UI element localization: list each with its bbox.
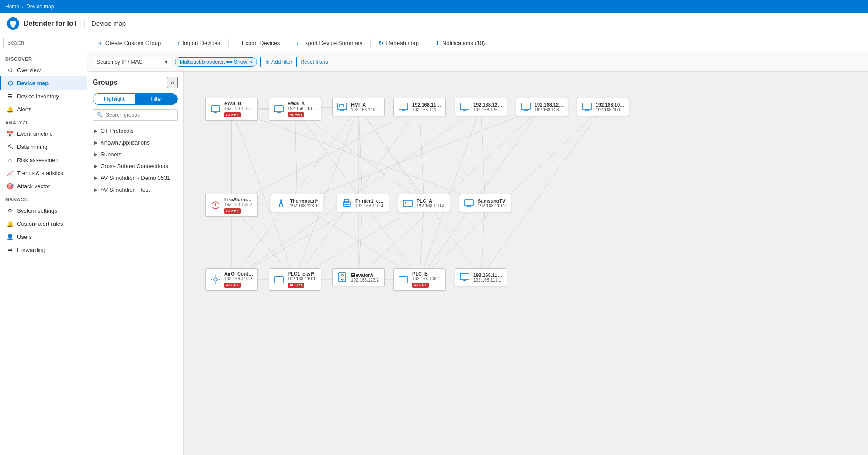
ews-a-name: EWS_A <box>288 101 317 106</box>
sidebar-item-device-map[interactable]: ⬡ Device map <box>0 76 87 90</box>
filter-toggle-button[interactable]: Filter <box>135 94 178 104</box>
svg-rect-45 <box>583 103 591 110</box>
svg-line-32 <box>232 107 481 279</box>
device-hmi-a[interactable]: HMI_A 192.168.110.10 <box>332 98 385 116</box>
thermostat-info: Thermostat* 192.168.123.1 <box>290 198 319 208</box>
sidebar-item-trends[interactable]: 📈 Trends & statistics <box>0 166 87 179</box>
svg-rect-51 <box>403 200 412 207</box>
device-elevator-a[interactable]: ElevatorA 192.168.123.2 <box>332 268 385 286</box>
add-filter-label: Add filter <box>271 59 292 65</box>
export-summary-button[interactable]: ↓ Export Device Summary <box>292 38 367 49</box>
svg-line-10 <box>481 107 485 203</box>
group-search-box[interactable]: 🔍 <box>93 109 178 121</box>
sidebar-item-custom-alert[interactable]: 🔔 Custom alert rules <box>0 217 87 230</box>
group-search-input[interactable] <box>106 112 174 118</box>
device-samsung-tv[interactable]: SamsungTV 192.168.110.2 <box>459 194 511 212</box>
svg-line-7 <box>358 107 424 203</box>
airq-ctrl-ip: 192.168.110.2 <box>224 276 254 281</box>
group-label-subnets: Subnets <box>101 151 122 158</box>
group-item-av-test[interactable]: ▶ AV Simulation - test <box>93 184 178 196</box>
device-192-168-123-10[interactable]: 192.168.123.10 192.168.123.10 <box>516 98 568 116</box>
svg-line-5 <box>295 109 424 203</box>
import-icon: ↑ <box>177 40 180 47</box>
ip-mac-search[interactable]: Search by IP / MAC ▾ <box>93 57 171 67</box>
device-192-168-125-10[interactable]: 192.168.125.10 192.168.125.10 <box>455 98 507 116</box>
sidebar-label-alerts: Alerts <box>17 106 31 113</box>
analyze-section-label: Analyze <box>0 116 87 127</box>
search-input[interactable] <box>3 38 83 48</box>
sidebar-item-risk-assessment[interactable]: ⚠ Risk assessment <box>0 153 87 166</box>
d111-20-name: 192.168.111.20 <box>412 102 442 107</box>
ews-b-name: EWS_B <box>224 101 254 106</box>
elevator-a-info: ElevatorA 192.168.123.2 <box>351 272 381 283</box>
device-airq-control[interactable]: AirQ_Control 192.168.110.2 ALERT <box>205 268 258 291</box>
device-ews-b[interactable]: EWS_B 192.168.110.20 ALERT <box>205 98 258 121</box>
device-thermostat[interactable]: Thermostat* 192.168.123.1 <box>271 194 323 212</box>
group-item-known-applications[interactable]: ▶ Known Applications <box>93 137 178 148</box>
sidebar-item-system-settings[interactable]: ⚙ System settings <box>0 204 87 217</box>
sidebar-item-alerts[interactable]: 🔔 Alerts <box>0 103 87 116</box>
d125-10-ip: 192.168.125.10 <box>473 107 503 112</box>
group-item-subnets[interactable]: ▶ Subnets <box>93 148 178 160</box>
sidebar-item-attack-vector[interactable]: 🎯 Attack vector <box>0 179 87 193</box>
group-label-av-demo: AV Simulation - Demo 0531 <box>101 175 170 181</box>
filter-tag-close-button[interactable]: × <box>249 59 252 65</box>
group-label-cross-subnet: Cross Subnet Connections <box>101 163 168 169</box>
device-192-168-100-10[interactable]: 192.168.100.10 192.168.100.10 <box>577 98 629 116</box>
highlight-toggle-button[interactable]: Highlight <box>93 94 135 104</box>
group-label-known-applications: Known Applications <box>101 139 150 146</box>
sidebar-search-box[interactable] <box>0 34 87 52</box>
workstation-icon <box>209 103 222 115</box>
hmi-a-info: HMI_A 192.168.110.10 <box>351 102 381 112</box>
d111-1-name: 192.168.111.1 <box>473 272 503 278</box>
svg-point-53 <box>214 278 217 281</box>
groups-collapse-button[interactable]: « <box>167 77 178 88</box>
event-timeline-icon: 📅 <box>7 130 14 137</box>
sidebar-item-forwarding[interactable]: ➡ Forwarding <box>0 243 87 256</box>
printer-east-info: Printer1_east* 192.168.110.4 <box>355 198 385 208</box>
group-item-ot-protocols[interactable]: ▶ OT Protocols <box>93 125 178 137</box>
content-area: ＋ Create Custom Group ↑ Import Devices ↓… <box>87 34 868 455</box>
sidebar-item-users[interactable]: 👤 Users <box>0 230 87 243</box>
air-quality-icon <box>209 273 222 286</box>
svg-rect-54 <box>274 277 283 283</box>
d100-10-ip: 192.168.100.10 <box>596 107 625 112</box>
export-devices-button[interactable]: ↓ Export Devices <box>232 38 284 49</box>
d125-10-name: 192.168.125.10 <box>473 102 503 107</box>
sidebar-item-overview[interactable]: ⊙ Overview <box>0 63 87 76</box>
refresh-icon: ↻ <box>378 40 384 47</box>
overview-icon: ⊙ <box>7 66 14 73</box>
sidebar-item-device-inventory[interactable]: ☰ Device inventory <box>0 90 87 103</box>
device-fire-alarm-east[interactable]: FireAlarm1_east 192.168.109.2 ALERT <box>205 194 258 217</box>
group-item-cross-subnet[interactable]: ▶ Cross Subnet Connections <box>93 160 178 172</box>
device-ews-a[interactable]: EWS_A 192.168.118.22 ALERT <box>269 98 321 121</box>
filter-tag-text: Multicast/broadcast == Show <box>180 59 247 65</box>
device-192-168-111-1[interactable]: 192.168.111.1 192.168.111.1 <box>455 268 507 286</box>
sidebar-item-data-mining[interactable]: ⛏ Data mining <box>0 140 87 153</box>
airq-ctrl-info: AirQ_Control 192.168.110.2 ALERT <box>224 271 254 288</box>
sidebar-label-forwarding: Forwarding <box>17 247 45 253</box>
notifications-button[interactable]: ⬆ Notifications (10) <box>431 38 490 49</box>
device-plc1-east[interactable]: PLC1_east* 192.168.110.1 ALERT <box>269 268 321 291</box>
refresh-map-button[interactable]: ↻ Refresh map <box>374 38 423 49</box>
add-filter-button[interactable]: ⊕ Add filter <box>260 57 297 67</box>
expand-arrow-icon: ▶ <box>94 187 98 192</box>
svg-line-29 <box>481 203 485 277</box>
device-plc-b[interactable]: PLC_B 192.168.106.1 ALERT <box>393 268 446 291</box>
sidebar-item-event-timeline[interactable]: 📅 Event timeline <box>0 127 87 140</box>
device-inventory-icon: ☰ <box>7 93 14 100</box>
create-custom-group-button[interactable]: ＋ Create Custom Group <box>93 37 165 49</box>
highlight-filter-toggle: Highlight Filter <box>93 93 178 105</box>
device-plc-a[interactable]: PLC_A 192.168.110.4 <box>398 194 450 212</box>
toolbar-sep-2 <box>228 39 229 48</box>
import-devices-button[interactable]: ↑ Import Devices <box>173 38 225 49</box>
breadcrumb-home[interactable]: Home <box>5 3 19 10</box>
reset-filters-button[interactable]: Reset filters <box>300 59 328 65</box>
group-item-av-demo[interactable]: ▶ AV Simulation - Demo 0531 <box>93 172 178 184</box>
notifications-icon: ⬆ <box>435 40 440 47</box>
device-192-168-111-20[interactable]: 192.168.111.20 192.168.111.20 <box>393 98 446 116</box>
svg-line-14 <box>481 107 603 277</box>
device-printer-east[interactable]: Printer1_east* 192.168.110.4 <box>337 194 389 212</box>
users-icon: 👤 <box>7 233 14 240</box>
svg-line-13 <box>358 107 542 277</box>
